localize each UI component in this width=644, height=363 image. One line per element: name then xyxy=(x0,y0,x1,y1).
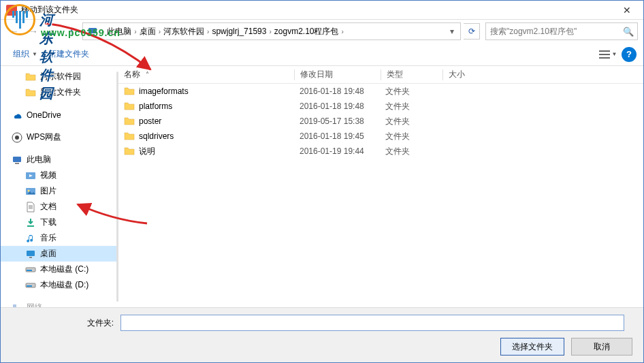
file-list[interactable]: imageformats2016-01-18 19:48文件夹platforms… xyxy=(118,84,643,307)
svg-rect-17 xyxy=(27,270,32,271)
onedrive-icon xyxy=(12,110,22,121)
wps-icon xyxy=(12,132,22,143)
svg-rect-5 xyxy=(599,57,610,59)
sidebar-item-label: 音乐 xyxy=(40,232,57,244)
video-icon xyxy=(25,170,36,181)
dialog-footer: 文件夹: 选择文件夹 取消 xyxy=(1,307,643,362)
sidebar-item-videos[interactable]: 视频 xyxy=(1,168,116,183)
crumb-item[interactable]: spwjglrj_71593 xyxy=(210,27,268,36)
refresh-button[interactable]: ⟳ xyxy=(464,23,480,40)
toolbar: 组织▼ 新建文件夹 ▼ ? xyxy=(1,43,643,66)
crumb-item[interactable]: 桌面 xyxy=(138,26,157,37)
chevron-right-icon[interactable]: › xyxy=(134,28,136,35)
sidebar-item-label: 图片 xyxy=(40,185,57,197)
forward-button: → xyxy=(25,23,42,40)
svg-rect-9 xyxy=(15,163,19,164)
chevron-right-icon[interactable]: › xyxy=(159,28,161,35)
file-row[interactable]: poster2019-05-17 15:38文件夹 xyxy=(118,114,643,129)
sidebar-item-label: OneDrive xyxy=(27,110,61,120)
sidebar-item-label: 本地磁盘 (D:) xyxy=(40,279,88,291)
sidebar-tree[interactable]: 河东软件园 新建文件夹 OneDrive WPS网盘 此电脑 xyxy=(1,66,116,307)
sidebar-item-desktop[interactable]: 桌面 xyxy=(1,246,116,262)
file-name: poster xyxy=(139,116,161,126)
file-row[interactable]: sqldrivers2016-01-18 19:45文件夹 xyxy=(118,129,643,144)
file-row[interactable]: platforms2016-01-18 19:48文件夹 xyxy=(118,99,643,114)
sidebar-item-label: 文档 xyxy=(40,201,57,212)
navbar: ← → ▾ ↑ › 此电脑 › 桌面 › 河东软件园 › spwjglrj_71… xyxy=(1,20,643,43)
file-type: 文件夹 xyxy=(380,131,441,142)
file-name: platforms xyxy=(139,101,172,111)
dialog-window: 移动到该文件夹 ✕ ← → ▾ ↑ › 此电脑 › 桌面 › 河东软件园 › s… xyxy=(0,0,644,363)
svg-rect-14 xyxy=(27,251,35,256)
body: 河东软件园 新建文件夹 OneDrive WPS网盘 此电脑 xyxy=(1,66,643,307)
chevron-right-icon[interactable]: › xyxy=(207,28,209,35)
svg-rect-8 xyxy=(13,157,21,162)
sidebar-item-label: 视频 xyxy=(40,170,57,181)
new-folder-button[interactable]: 新建文件夹 xyxy=(43,46,95,63)
folder-icon xyxy=(124,101,135,112)
app-icon xyxy=(6,5,17,16)
sidebar-item-network[interactable]: 网络 xyxy=(1,300,116,307)
sidebar-item-folder[interactable]: 河东软件园 xyxy=(1,69,116,84)
header-type[interactable]: 类型 xyxy=(381,69,442,80)
file-row[interactable]: imageformats2016-01-18 19:48文件夹 xyxy=(118,84,643,99)
chevron-right-icon[interactable]: › xyxy=(269,28,271,35)
chevron-right-icon[interactable]: › xyxy=(341,28,343,35)
folder-name-input[interactable] xyxy=(120,315,624,331)
view-mode-button[interactable]: ▼ xyxy=(598,46,617,63)
pc-icon xyxy=(12,155,22,165)
sidebar-item-wps[interactable]: WPS网盘 xyxy=(1,129,116,145)
folder-icon xyxy=(124,146,135,157)
titlebar: 移动到该文件夹 ✕ xyxy=(1,1,643,20)
up-button[interactable]: ↑ xyxy=(63,23,80,40)
sidebar-item-pictures[interactable]: 图片 xyxy=(1,183,116,199)
file-date: 2019-05-17 15:38 xyxy=(294,116,380,126)
file-name: 说明 xyxy=(139,146,155,157)
sidebar-item-folder[interactable]: 新建文件夹 xyxy=(1,84,116,100)
folder-icon xyxy=(124,131,135,142)
file-date: 2016-01-18 19:48 xyxy=(294,86,380,96)
header-size[interactable]: 大小 xyxy=(443,69,498,80)
back-button[interactable]: ← xyxy=(6,23,22,40)
sidebar-item-documents[interactable]: 文档 xyxy=(1,199,116,215)
file-name: sqldrivers xyxy=(139,131,174,141)
breadcrumb[interactable]: › 此电脑 › 桌面 › 河东软件园 › spwjglrj_71593 › zo… xyxy=(82,22,461,40)
cancel-button[interactable]: 取消 xyxy=(571,338,632,356)
folder-label: 文件夹: xyxy=(12,317,120,329)
crumb-item[interactable]: zogvm2.10程序包 xyxy=(273,26,340,37)
select-folder-button[interactable]: 选择文件夹 xyxy=(500,338,564,356)
file-type: 文件夹 xyxy=(380,101,441,112)
sidebar-item-label: WPS网盘 xyxy=(27,131,61,143)
crumb-item[interactable]: 河东软件园 xyxy=(162,26,206,37)
folder-icon xyxy=(124,86,135,97)
folder-icon xyxy=(25,72,36,82)
close-button[interactable]: ✕ xyxy=(612,1,642,20)
chevron-right-icon[interactable]: › xyxy=(102,28,104,35)
organize-menu[interactable]: 组织▼ xyxy=(7,46,43,63)
address-dropdown-icon[interactable]: ▾ xyxy=(445,27,459,36)
sidebar-item-pc[interactable]: 此电脑 xyxy=(1,152,116,168)
header-modified[interactable]: 修改日期 xyxy=(295,69,381,80)
help-button[interactable]: ? xyxy=(622,47,637,62)
column-headers: 名称˄ 修改日期 类型 大小 xyxy=(118,66,643,84)
file-date: 2016-01-18 19:48 xyxy=(294,101,380,111)
file-type: 文件夹 xyxy=(380,146,441,157)
file-row[interactable]: 说明2016-01-19 19:44文件夹 xyxy=(118,144,643,159)
picture-icon xyxy=(25,186,36,197)
search-input[interactable] xyxy=(486,27,619,36)
file-type: 文件夹 xyxy=(380,116,441,127)
sidebar-item-drive-c[interactable]: 本地磁盘 (C:) xyxy=(1,262,116,277)
svg-rect-1 xyxy=(88,28,97,33)
crumb-item[interactable]: 此电脑 xyxy=(106,26,133,37)
svg-rect-4 xyxy=(599,54,610,55)
search-box[interactable]: 🔍 xyxy=(485,22,638,40)
sidebar-item-downloads[interactable]: 下载 xyxy=(1,215,116,230)
sidebar-item-label: 此电脑 xyxy=(27,154,51,165)
svg-rect-19 xyxy=(27,285,32,287)
header-name[interactable]: 名称˄ xyxy=(118,69,294,80)
search-icon[interactable]: 🔍 xyxy=(619,27,637,37)
sidebar-item-drive-d[interactable]: 本地磁盘 (D:) xyxy=(1,277,116,293)
sidebar-item-onedrive[interactable]: OneDrive xyxy=(1,107,116,123)
recent-dropdown[interactable]: ▾ xyxy=(44,23,61,40)
sidebar-item-music[interactable]: 音乐 xyxy=(1,230,116,246)
